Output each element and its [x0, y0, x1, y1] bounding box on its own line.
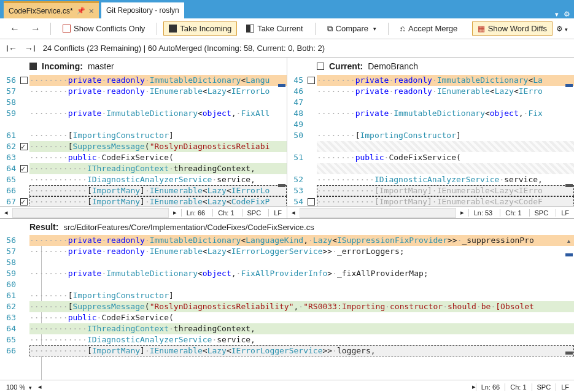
close-icon[interactable]: × — [89, 6, 94, 16]
separator — [50, 23, 51, 35]
line-checkbox[interactable] — [20, 143, 28, 150]
line-checkbox[interactable] — [308, 77, 315, 84]
h-scrollbar[interactable] — [12, 208, 169, 218]
next-conflict-button[interactable]: →I — [25, 44, 36, 53]
code-text[interactable]: ········public·CodeFixService( — [29, 312, 574, 323]
h-scrollbar[interactable] — [300, 208, 456, 218]
scroll-right-button[interactable]: ▸ — [169, 209, 181, 217]
take-current-button[interactable]: Take Current — [241, 21, 308, 36]
code-text[interactable]: ············[ImportMany]·IEnumerable<Laz… — [29, 196, 287, 206]
accept-merge-button[interactable]: ⎌ Accept Merge — [395, 21, 463, 36]
show-conflicts-only-button[interactable]: Show Conflicts Only — [57, 21, 150, 36]
code-text[interactable]: ············IThreadingContext·threadingC… — [29, 323, 574, 334]
code-text[interactable]: ············[ImportMany]·IEnumerable<Laz… — [317, 196, 574, 206]
code-text[interactable]: ············[ImportMany]·IEnumerable<Laz… — [317, 185, 574, 196]
code-text[interactable] — [317, 163, 574, 174]
code-text[interactable] — [29, 279, 574, 290]
merge-icon: ⎌ — [400, 24, 405, 33]
result-label: Result: — [29, 222, 58, 232]
tab-codefixservice[interactable]: CodeFixService.cs* 📌 × — [4, 1, 99, 18]
show-word-diffs-button[interactable]: ▦ Show Word Diffs — [472, 21, 553, 36]
code-text[interactable]: ········public·CodeFixService( — [317, 152, 574, 163]
code-text[interactable]: ········[ImportingConstructor] — [317, 130, 574, 141]
code-text[interactable]: ········private·ImmutableDictionary<obje… — [29, 268, 574, 279]
code-text[interactable]: ········[ImportingConstructor] — [29, 290, 574, 301]
status-spc: SPC — [532, 383, 556, 391]
code-text[interactable]: ············[ImportMany]·IEnumerable<Laz… — [29, 345, 574, 356]
code-text[interactable] — [29, 97, 287, 108]
code-line: 53 ············[ImportMany]·IEnumerable<… — [287, 185, 574, 196]
zoom-level[interactable]: 100 % ▾ — [0, 383, 38, 391]
line-checkbox[interactable] — [20, 77, 28, 84]
prev-conflict-button[interactable]: I← — [6, 44, 17, 53]
chevron-down-icon[interactable]: ▾ — [555, 10, 559, 18]
code-line: 49 — [287, 119, 574, 130]
status-lf: LF — [268, 209, 287, 217]
status-ch: Ch: 1 — [212, 209, 239, 217]
line-number: 64 — [0, 323, 18, 334]
code-text[interactable] — [29, 119, 287, 130]
code-line: 61 ········[ImportingConstructor] — [0, 130, 287, 141]
checkbox-icon[interactable] — [29, 63, 37, 70]
nav-forward-button[interactable]: → — [27, 22, 44, 36]
code-text[interactable]: ············IDiagnosticAnalyzerService·s… — [317, 174, 574, 185]
incoming-pane: Incoming: master 56 ········private·read… — [0, 58, 287, 218]
code-text[interactable]: ········private·readonly·IEnumerable<Laz… — [29, 86, 287, 97]
code-text[interactable] — [317, 119, 574, 130]
code-text[interactable]: ········private·readonly·ImmutableDictio… — [317, 75, 574, 86]
take-incoming-button[interactable]: Take Incoming — [163, 21, 237, 36]
line-checkbox[interactable] — [20, 198, 28, 206]
gear-icon[interactable]: ⚙ — [564, 10, 570, 18]
code-text[interactable]: ········private·readonly·IEnumerable<Laz… — [317, 86, 574, 97]
minimap[interactable] — [564, 75, 574, 194]
code-text[interactable]: ········[SuppressMessage("RoslynDiagnost… — [29, 141, 287, 152]
code-line: 61 ········[ImportingConstructor] — [0, 290, 574, 301]
pin-icon[interactable]: 📌 — [77, 7, 85, 15]
merge-toolbar: ← → Show Conflicts Only Take Incoming Ta… — [0, 18, 574, 39]
code-text[interactable]: ········private·readonly·IEnumerable<Laz… — [29, 246, 574, 257]
code-line: 59 ········private·ImmutableDictionary<o… — [0, 268, 574, 279]
code-text[interactable]: ············IDiagnosticAnalyzerService·s… — [29, 334, 574, 345]
result-code[interactable]: 56 ········private·readonly·ImmutableDic… — [0, 235, 574, 380]
code-text[interactable]: ········private·ImmutableDictionary<obje… — [317, 108, 574, 119]
code-text[interactable]: ············IDiagnosticAnalyzerService·s… — [29, 174, 287, 185]
code-text[interactable]: ············IThreadingContext·threadingC… — [29, 163, 287, 174]
nav-back-button[interactable]: ← — [6, 22, 23, 36]
code-text[interactable]: ········[ImportingConstructor] — [29, 130, 287, 141]
scroll-left-button[interactable]: ◂ — [287, 209, 300, 217]
status-ln: Ln: 66 — [181, 209, 211, 217]
result-path: src/EditorFeatures/Core/Implementation/C… — [63, 223, 314, 232]
result-pane: Result: src/EditorFeatures/Core/Implemen… — [0, 219, 574, 380]
code-text[interactable]: ········private·ImmutableDictionary<obje… — [29, 108, 287, 119]
code-text[interactable]: ············[ImportMany]·IEnumerable<Laz… — [29, 185, 287, 196]
incoming-branch: master — [88, 61, 114, 71]
incoming-code[interactable]: 56 ········private·readonly·ImmutableDic… — [0, 75, 287, 206]
separator — [315, 23, 316, 35]
document-tabs: CodeFixService.cs* 📌 × Git Repository - … — [0, 0, 574, 18]
code-text[interactable] — [317, 141, 574, 152]
line-number: 47 — [287, 97, 306, 108]
code-text[interactable] — [29, 257, 574, 268]
code-text[interactable]: ········[SuppressMessage("RoslynDiagnost… — [29, 301, 574, 312]
conflict-summary-bar: I← →I 24 Conflicts (23 Remaining) | 60 A… — [0, 39, 574, 58]
minimap[interactable]: ▲ — [564, 235, 574, 367]
line-number — [287, 163, 306, 174]
scroll-left-button[interactable]: ◂ — [0, 209, 12, 217]
current-code[interactable]: 45 ········private·readonly·ImmutableDic… — [287, 75, 574, 206]
status-ln: Ln: 66 — [476, 383, 505, 391]
tab-git-repository[interactable]: Git Repository - roslyn — [101, 2, 184, 18]
code-text[interactable]: ········public·CodeFixService( — [29, 152, 287, 163]
line-number: 58 — [0, 257, 18, 268]
compare-button[interactable]: ⧉ Compare ▾ — [322, 21, 382, 36]
code-text[interactable]: ········private·readonly·ImmutableDictio… — [29, 235, 574, 246]
scroll-left-button[interactable]: ◂ — [38, 383, 42, 391]
scroll-right-button[interactable]: ▸ — [456, 209, 468, 217]
checkbox-icon[interactable] — [317, 63, 324, 70]
scroll-up-icon[interactable]: ▲ — [566, 238, 572, 244]
line-checkbox[interactable] — [20, 165, 28, 172]
code-text[interactable] — [317, 97, 574, 108]
minimap[interactable] — [277, 75, 287, 194]
gear-icon[interactable]: ⚙▾ — [556, 25, 568, 33]
line-checkbox[interactable] — [308, 198, 315, 206]
code-text[interactable]: ········private·readonly·ImmutableDictio… — [29, 75, 287, 86]
